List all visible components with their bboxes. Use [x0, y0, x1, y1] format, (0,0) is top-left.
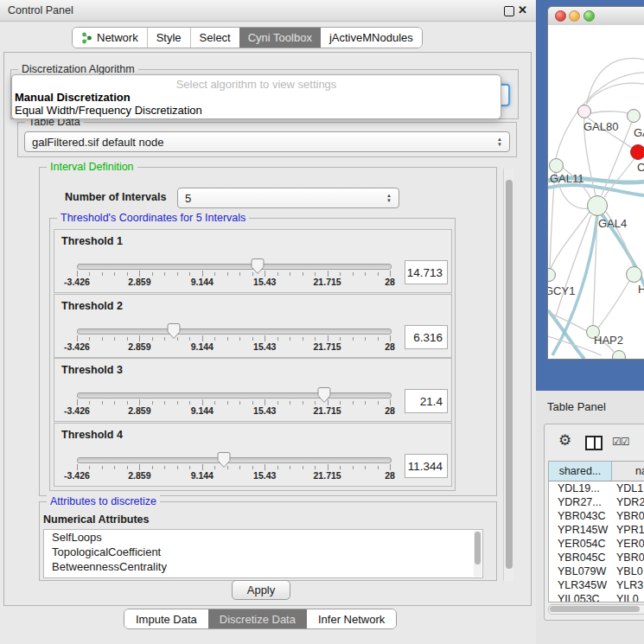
threshold-label: Threshold 1 — [61, 235, 123, 247]
dropdown-hint: Select algorithm to view settings — [12, 78, 501, 91]
threshold-2-slider[interactable]: -3.4262.8599.14415.4321.71528 — [77, 322, 390, 354]
node-selected-red[interactable] — [630, 144, 644, 160]
threshold-coords-title: Threshold's Coordinates for 5 Intervals — [57, 212, 249, 224]
threshold-4-value-field[interactable]: 11.344 — [405, 454, 448, 478]
node-h[interactable] — [626, 266, 642, 283]
table-data-value: galFiltered.sif default node — [25, 136, 494, 149]
threshold-1-slider[interactable]: -3.4262.8599.14415.4321.71528 — [77, 257, 390, 290]
slider-track[interactable] — [77, 457, 392, 463]
panel-title: Control Panel — [8, 4, 73, 16]
threshold-4-slider[interactable]: -3.4262.8599.14415.4321.71528 — [77, 450, 390, 483]
close-icon[interactable]: ✕ — [518, 3, 527, 16]
slider-ticks — [77, 271, 390, 277]
tab-jactivemnodules[interactable]: jActiveMNodules — [321, 28, 422, 48]
tab-impute-data[interactable]: Impute Data — [124, 609, 208, 628]
threshold-2-panel: Threshold 2 -3.4262.8599.14415.4321.7152… — [54, 294, 452, 358]
tab-label: Cyni Toolbox — [248, 31, 312, 44]
float-icon[interactable] — [504, 6, 514, 16]
node-table[interactable]: shared... na YDL19...YDL1 YDR27...YDR2 Y… — [548, 461, 644, 603]
threshold-label: Threshold 2 — [61, 300, 123, 312]
table-row[interactable]: YPR145WYPR1 — [549, 523, 644, 537]
list-item[interactable]: SelfLoops — [44, 530, 482, 545]
network-window-titlebar[interactable] — [548, 7, 644, 26]
tab-label: Impute Data — [136, 613, 197, 626]
main-scrollbar-thumb[interactable] — [506, 180, 513, 569]
network-window: GAL80 GA C GAL11 GAL4 GCY1 H HAP2 — [547, 6, 644, 360]
tab-label: Discretize Data — [220, 613, 296, 626]
node-gal80[interactable] — [577, 105, 591, 118]
slider-track[interactable] — [77, 264, 392, 270]
table-hscrollbar-thumb[interactable] — [550, 606, 640, 612]
table-row[interactable]: YBL079WYBL0 — [549, 564, 644, 578]
tab-label: Infer Network — [318, 613, 385, 626]
network-canvas[interactable]: GAL80 GA C GAL11 GAL4 GCY1 H HAP2 — [548, 25, 644, 359]
slider-track[interactable] — [77, 328, 392, 335]
select-checkboxes-icon[interactable]: ☑☑ — [612, 436, 629, 448]
numerical-attributes-list[interactable]: SelfLoops TopologicalCoefficient Between… — [43, 529, 483, 578]
list-item[interactable]: BetweennessCentrality — [44, 559, 482, 574]
column-header-shared[interactable]: shared... — [549, 462, 612, 481]
table-header: shared... na — [549, 462, 644, 481]
apply-button[interactable]: Apply — [232, 580, 290, 600]
num-intervals-label: Number of Intervals — [65, 191, 166, 203]
table-hscrollbar[interactable] — [548, 604, 644, 615]
minimize-traffic-light[interactable] — [569, 10, 580, 22]
table-row[interactable]: YER054CYER0 — [549, 537, 644, 551]
network-icon — [81, 32, 92, 44]
num-intervals-combo[interactable]: 5 ▲▼ — [177, 188, 399, 208]
tab-label: Network — [97, 31, 138, 44]
attributes-title: Attributes to discretize — [47, 495, 160, 507]
node-ga[interactable] — [627, 109, 641, 123]
node-gal4[interactable] — [587, 195, 608, 216]
algorithm-dropdown: Select algorithm to view settings Manual… — [11, 74, 501, 119]
node-label: GAL80 — [583, 120, 618, 133]
node-label: GA — [634, 126, 644, 139]
table-row[interactable]: YDL19...YDL1 — [549, 481, 644, 495]
node-gal11[interactable] — [549, 158, 564, 173]
tab-discretize-data[interactable]: Discretize Data — [208, 609, 307, 628]
table-panel-title: Table Panel — [547, 400, 606, 413]
close-traffic-light[interactable] — [555, 10, 566, 22]
threshold-1-value-field[interactable]: 14.713 — [405, 260, 448, 284]
table-row[interactable]: YBR045CYBR0 — [549, 551, 644, 564]
node-label: GAL4 — [598, 217, 627, 230]
numerical-attributes-label: Numerical Attributes — [43, 513, 149, 526]
bottom-tab-bar: Impute Data Discretize Data Infer Networ… — [124, 609, 397, 629]
slider-track[interactable] — [77, 392, 392, 399]
node-label: HAP2 — [594, 334, 623, 347]
table-row[interactable]: YDR27...YDR2 — [549, 495, 644, 509]
list-scrollbar[interactable] — [474, 531, 481, 577]
node-label: GAL11 — [550, 172, 584, 185]
table-row[interactable]: YBR043CYBR0 — [549, 509, 644, 523]
threshold-2-value-field[interactable]: 6.316 — [405, 325, 448, 349]
threshold-3-value-field[interactable]: 21.4 — [405, 389, 448, 413]
tab-label: Style — [156, 31, 182, 44]
threshold-label: Threshold 4 — [61, 429, 123, 441]
tab-cyni-toolbox[interactable]: Cyni Toolbox — [239, 28, 321, 48]
dropdown-item-manual[interactable]: Manual Discretization — [15, 91, 131, 104]
tab-infer-network[interactable]: Infer Network — [307, 609, 396, 628]
tab-network[interactable]: Network — [73, 28, 147, 48]
node-label: H — [638, 283, 644, 296]
table-data-combo[interactable]: galFiltered.sif default node ▲▼ — [24, 131, 510, 152]
columns-icon[interactable] — [585, 436, 603, 450]
list-scrollbar-thumb[interactable] — [475, 532, 481, 564]
table-panel-body: ⚙ ☑☑ shared... na YDL19...YDL1 YDR27...Y… — [544, 424, 644, 621]
dropdown-item-equal-width[interactable]: Equal Width/Frequency Discretization — [15, 104, 202, 117]
table-row[interactable]: YIL053CYIL0 — [549, 592, 644, 603]
zoom-traffic-light[interactable] — [583, 10, 595, 22]
column-header-name[interactable]: na — [612, 462, 644, 481]
threshold-label: Threshold 3 — [61, 364, 123, 376]
main-scrollbar[interactable] — [503, 169, 513, 581]
table-row[interactable]: YLR345WYLR3 — [549, 578, 644, 592]
tab-style[interactable]: Style — [147, 28, 190, 48]
list-item[interactable]: TopologicalCoefficient — [44, 545, 482, 559]
node-label: GCY1 — [548, 284, 575, 297]
node-partial[interactable] — [612, 350, 626, 359]
interval-definition-title: Interval Definition — [47, 161, 137, 173]
tab-select[interactable]: Select — [190, 28, 239, 48]
threshold-3-panel: Threshold 3 -3.4262.8599.14415.4321.7152… — [54, 358, 452, 422]
table-panel: Table Panel ⚙ ☑☑ shared... na YDL19...YD… — [536, 391, 644, 644]
threshold-3-slider[interactable]: -3.4262.8599.14415.4321.71528 — [77, 386, 390, 418]
gear-icon[interactable]: ⚙ — [558, 433, 571, 448]
